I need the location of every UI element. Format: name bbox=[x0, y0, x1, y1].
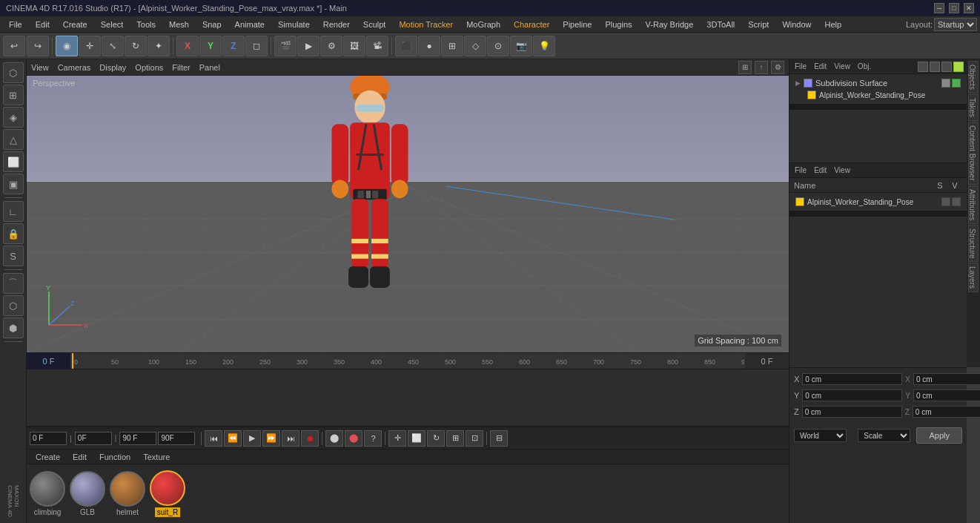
mp-function[interactable]: Function bbox=[93, 451, 136, 463]
material-suit-r[interactable]: suit_R bbox=[150, 470, 185, 517]
sb-path[interactable]: ∟ bbox=[3, 201, 24, 222]
keyframe-scale-button[interactable]: ⊞ bbox=[446, 430, 464, 447]
material-climbing[interactable]: climbing bbox=[30, 471, 65, 516]
world-axis-button[interactable]: ◻ bbox=[245, 36, 268, 56]
y-axis-button[interactable]: Y bbox=[199, 36, 222, 56]
op-icon-color[interactable] bbox=[953, 62, 964, 72]
mp-create[interactable]: Create bbox=[30, 451, 66, 463]
op-icon-filter[interactable] bbox=[930, 62, 940, 72]
display-cube-button[interactable]: ⬛ bbox=[395, 36, 417, 56]
menu-file[interactable]: File bbox=[3, 19, 28, 30]
menu-create[interactable]: Create bbox=[57, 19, 93, 30]
auto-key-button[interactable]: ⬤ bbox=[325, 430, 343, 447]
menu-3dtoall[interactable]: 3DToAll bbox=[701, 19, 741, 30]
ap-z-input[interactable] bbox=[802, 406, 902, 418]
display-sphere-button[interactable]: ● bbox=[418, 36, 440, 56]
end-frame-input[interactable] bbox=[119, 432, 156, 445]
scale-button[interactable]: ⤡ bbox=[102, 36, 124, 56]
menu-pipeline[interactable]: Pipeline bbox=[557, 19, 597, 30]
z-axis-button[interactable]: Z bbox=[222, 36, 245, 56]
tab-content-browser[interactable]: Content Browser bbox=[968, 122, 979, 184]
display-iso-button[interactable]: ⊙ bbox=[487, 36, 509, 56]
sb-lock[interactable]: 🔒 bbox=[3, 223, 24, 244]
sb-polygon2[interactable]: ⬡ bbox=[3, 295, 24, 316]
obj-active-1[interactable] bbox=[952, 79, 961, 88]
render-picture-button[interactable]: 🖼 bbox=[343, 36, 365, 56]
render-view-button[interactable]: ▶ bbox=[297, 36, 320, 56]
end-frame-input2[interactable] bbox=[158, 432, 195, 445]
close-button[interactable]: ✕ bbox=[964, 3, 974, 13]
op-file[interactable]: File bbox=[792, 62, 809, 70]
play-button[interactable]: ▶ bbox=[243, 430, 261, 447]
mp-edit[interactable]: Edit bbox=[67, 451, 93, 463]
move-button[interactable]: ✛ bbox=[79, 36, 101, 56]
go-end-button[interactable]: ⏭ bbox=[282, 430, 299, 447]
op-obj[interactable]: Obj. bbox=[855, 62, 873, 70]
tab-takes[interactable]: Takes bbox=[968, 94, 979, 121]
x-axis-button[interactable]: X bbox=[176, 36, 199, 56]
menu-character[interactable]: Character bbox=[508, 19, 555, 30]
record-mode-button[interactable]: ⬤ bbox=[345, 430, 362, 447]
sp-edit[interactable]: Edit bbox=[812, 166, 829, 174]
menu-vray[interactable]: V-Ray Bridge bbox=[640, 19, 700, 30]
sb-brush[interactable]: ⌒ bbox=[3, 273, 24, 294]
current-frame-input[interactable] bbox=[30, 432, 67, 445]
maximize-button[interactable]: □ bbox=[949, 3, 959, 13]
vh-panel[interactable]: Panel bbox=[199, 63, 220, 72]
sp-file[interactable]: File bbox=[792, 166, 809, 174]
sb-checkerboard[interactable]: ⊞ bbox=[3, 85, 24, 105]
keyframe-pos-button[interactable]: ⬜ bbox=[408, 430, 426, 447]
menu-mograph[interactable]: MoGraph bbox=[460, 19, 506, 30]
ap-x-input[interactable] bbox=[802, 373, 902, 385]
display-light-button[interactable]: 💡 bbox=[533, 36, 555, 56]
vc-settings[interactable]: ⚙ bbox=[771, 61, 784, 74]
menu-render[interactable]: Render bbox=[317, 19, 356, 30]
op-icon-search[interactable] bbox=[918, 62, 928, 72]
menu-edit[interactable]: Edit bbox=[30, 19, 56, 30]
select-button[interactable]: ✦ bbox=[148, 36, 170, 56]
motion-path-button[interactable]: ? bbox=[364, 430, 382, 447]
obj-expand-1[interactable]: ▶ bbox=[795, 79, 801, 87]
menu-animate[interactable]: Animate bbox=[229, 19, 271, 30]
ap-apply-button[interactable]: Apply bbox=[916, 427, 962, 444]
scene-v-icon[interactable] bbox=[952, 197, 961, 206]
menu-tools[interactable]: Tools bbox=[130, 19, 162, 30]
ap-z-input2[interactable] bbox=[913, 406, 980, 418]
tab-attributes[interactable]: Attributes bbox=[968, 185, 979, 224]
sb-polygons[interactable]: ⬡ bbox=[3, 62, 24, 83]
ap-transform-select[interactable]: Scale Move Rotate bbox=[858, 429, 910, 442]
sb-shape[interactable]: △ bbox=[3, 129, 24, 150]
display-cam-button[interactable]: 📷 bbox=[510, 36, 532, 56]
keyframe-all-button[interactable]: ✛ bbox=[388, 430, 406, 447]
render-to-po-button[interactable]: 📽 bbox=[366, 36, 388, 56]
menu-snap[interactable]: Snap bbox=[196, 19, 228, 30]
model-mode-button[interactable]: ◉ bbox=[56, 36, 78, 56]
timeline-ruler[interactable]: 0 50 100 150 200 250 300 350 400 450 500… bbox=[71, 353, 744, 369]
objects-scrollbar[interactable] bbox=[789, 104, 967, 110]
menu-window[interactable]: Window bbox=[776, 19, 817, 30]
scene-s-icon[interactable] bbox=[941, 197, 950, 206]
tab-layers[interactable]: Layers bbox=[968, 263, 979, 292]
tab-structure[interactable]: Structure bbox=[968, 225, 979, 263]
redo-button[interactable]: ↪ bbox=[27, 36, 49, 56]
scene-alpinist[interactable]: Alpinist_Worker_Standing_Pose bbox=[792, 196, 964, 208]
start-frame-input[interactable] bbox=[75, 432, 112, 445]
prev-frame-button[interactable]: ⏪ bbox=[224, 430, 242, 447]
viewport[interactable]: Perspective X Y Z bbox=[27, 76, 789, 352]
sb-box[interactable]: ▣ bbox=[3, 174, 24, 194]
vc-expand[interactable]: ⊞ bbox=[738, 61, 752, 74]
keyframe-param-button[interactable]: ⊡ bbox=[466, 430, 483, 447]
display-grid-button[interactable]: ⊞ bbox=[441, 36, 463, 56]
render-region-button[interactable]: 🎬 bbox=[274, 36, 297, 56]
material-helmet[interactable]: helmet bbox=[110, 471, 145, 516]
timeline-tracks[interactable] bbox=[27, 369, 789, 427]
op-view[interactable]: View bbox=[832, 62, 852, 70]
layout-select[interactable]: Startup bbox=[934, 18, 977, 31]
material-glb[interactable]: GLB bbox=[70, 471, 105, 516]
obj-vis-1[interactable] bbox=[941, 79, 950, 88]
menu-select[interactable]: Select bbox=[95, 19, 130, 30]
vh-options[interactable]: Options bbox=[135, 63, 163, 72]
record-button[interactable]: ⏺ bbox=[301, 430, 319, 447]
sb-s[interactable]: S bbox=[3, 246, 24, 266]
menu-sculpt[interactable]: Sculpt bbox=[357, 19, 392, 30]
